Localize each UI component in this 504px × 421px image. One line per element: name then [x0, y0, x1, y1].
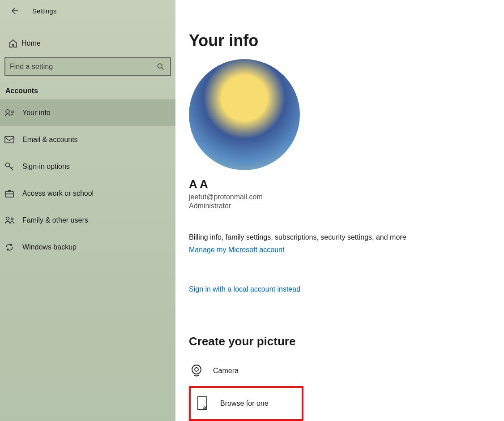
page-title: Your info — [189, 31, 491, 50]
nav-label: Email & accounts — [22, 136, 78, 144]
sidebar-header: Settings — [0, 0, 175, 21]
people-icon — [4, 216, 22, 225]
nav-label: Sign-in options — [22, 163, 70, 171]
manage-account-link[interactable]: Manage my Microsoft account — [189, 246, 284, 254]
browse-file-icon — [196, 396, 220, 411]
sidebar-item-your-info[interactable]: Your info — [0, 99, 175, 126]
user-role: Administrator — [189, 202, 491, 210]
camera-icon — [189, 363, 213, 378]
sidebar-item-backup[interactable]: Windows backup — [0, 234, 175, 261]
camera-label: Camera — [213, 367, 239, 375]
svg-rect-11 — [5, 192, 13, 197]
key-icon — [4, 162, 22, 172]
search-input[interactable] — [10, 63, 156, 71]
billing-description: Billing info, family settings, subscript… — [189, 233, 491, 241]
arrow-left-icon — [10, 6, 19, 15]
svg-point-1 — [158, 64, 162, 68]
browse-option[interactable]: Browse for one — [189, 386, 303, 421]
search-box[interactable] — [4, 57, 171, 76]
browse-label: Browse for one — [220, 400, 269, 408]
search-icon — [156, 62, 166, 72]
home-label: Home — [21, 39, 41, 47]
svg-point-3 — [6, 110, 9, 113]
person-card-icon — [4, 108, 22, 117]
nav-label: Your info — [22, 109, 51, 117]
sidebar-item-signin[interactable]: Sign-in options — [0, 153, 175, 180]
sidebar-item-email[interactable]: Email & accounts — [0, 126, 175, 153]
avatar-container — [189, 59, 300, 170]
user-email: jeetut@protonmail.com — [189, 193, 491, 201]
nav-label: Family & other users — [22, 216, 88, 224]
back-button[interactable] — [5, 2, 23, 20]
svg-rect-7 — [5, 137, 14, 143]
sidebar-item-work[interactable]: Access work or school — [0, 180, 175, 207]
sidebar-section-label: Accounts — [0, 76, 175, 99]
svg-point-16 — [195, 368, 198, 371]
camera-option[interactable]: Camera — [189, 359, 491, 382]
user-name: A A — [189, 177, 491, 191]
sidebar-home[interactable]: Home — [0, 32, 175, 55]
main-content: Your info A A jeetut@protonmail.com Admi… — [175, 0, 504, 421]
mail-icon — [4, 136, 22, 144]
header-title: Settings — [32, 7, 56, 15]
svg-point-8 — [6, 163, 10, 167]
local-account-link[interactable]: Sign in with a local account instead — [189, 285, 300, 293]
sidebar-item-family[interactable]: Family & other users — [0, 207, 175, 234]
create-picture-heading: Create your picture — [189, 335, 491, 348]
svg-point-15 — [192, 365, 201, 374]
svg-point-14 — [11, 218, 13, 220]
svg-line-10 — [11, 167, 13, 168]
briefcase-icon — [4, 189, 22, 198]
nav-label: Windows backup — [22, 243, 77, 251]
user-avatar[interactable] — [189, 59, 300, 170]
home-icon — [4, 39, 21, 48]
svg-point-13 — [6, 217, 9, 220]
search-container — [0, 57, 175, 76]
svg-line-2 — [162, 68, 163, 69]
nav-label: Access work or school — [22, 189, 94, 198]
sidebar: Settings Home Accounts Your info Email &… — [0, 0, 175, 421]
sync-icon — [4, 242, 22, 252]
